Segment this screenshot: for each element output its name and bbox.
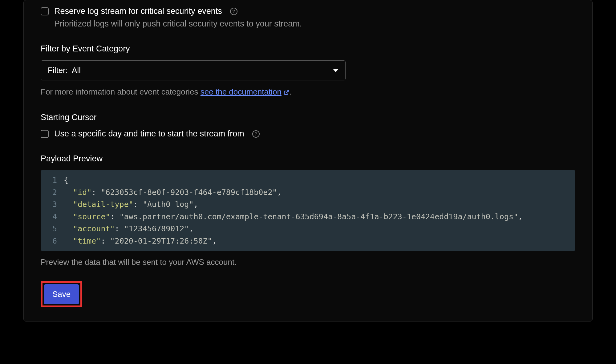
save-highlight: Save	[41, 281, 82, 307]
cursor-checkbox[interactable]	[41, 130, 49, 138]
filter-title: Filter by Event Category	[41, 44, 575, 54]
reserve-checkbox[interactable]	[41, 7, 49, 15]
documentation-link[interactable]: see the documentation	[201, 87, 289, 96]
save-button[interactable]: Save	[44, 284, 79, 304]
caret-down-icon	[333, 69, 338, 72]
code-line: 3 "detail-type": "Auth0 log",	[41, 198, 575, 211]
code-line: 2 "id": "623053cf-8e0f-9203-f464-e789cf1…	[41, 186, 575, 199]
payload-helper: Preview the data that will be sent to yo…	[41, 257, 575, 267]
payload-title: Payload Preview	[41, 154, 575, 164]
payload-code: 1{2 "id": "623053cf-8e0f-9203-f464-e789c…	[41, 170, 575, 251]
reserve-section: Reserve log stream for critical security…	[41, 6, 575, 29]
external-link-icon	[284, 88, 289, 97]
payload-section: Payload Preview 1{2 "id": "623053cf-8e0f…	[41, 154, 575, 267]
cursor-section: Starting Cursor Use a specific day and t…	[41, 113, 575, 139]
reserve-description: Prioritized logs will only push critical…	[54, 19, 575, 29]
filter-helper: For more information about event categor…	[41, 87, 575, 97]
reserve-label: Reserve log stream for critical security…	[54, 6, 222, 16]
code-line: 5 "account": "123456789012",	[41, 223, 575, 235]
filter-section: Filter by Event Category Filter: All For…	[41, 44, 575, 97]
svg-line-0	[286, 90, 288, 93]
code-line: 1{	[41, 174, 575, 186]
code-line: 6 "time": "2020-01-29T17:26:50Z",	[41, 235, 575, 247]
help-icon[interactable]: ?	[252, 130, 260, 138]
cursor-title: Starting Cursor	[41, 113, 575, 122]
settings-panel: Reserve log stream for critical security…	[23, 0, 593, 322]
filter-select[interactable]: Filter: All	[41, 60, 346, 80]
help-icon[interactable]: ?	[230, 8, 237, 15]
filter-select-text: Filter: All	[48, 66, 81, 75]
code-line: 4 "source": "aws.partner/auth0.com/examp…	[41, 211, 575, 223]
cursor-label: Use a specific day and time to start the…	[54, 129, 244, 139]
